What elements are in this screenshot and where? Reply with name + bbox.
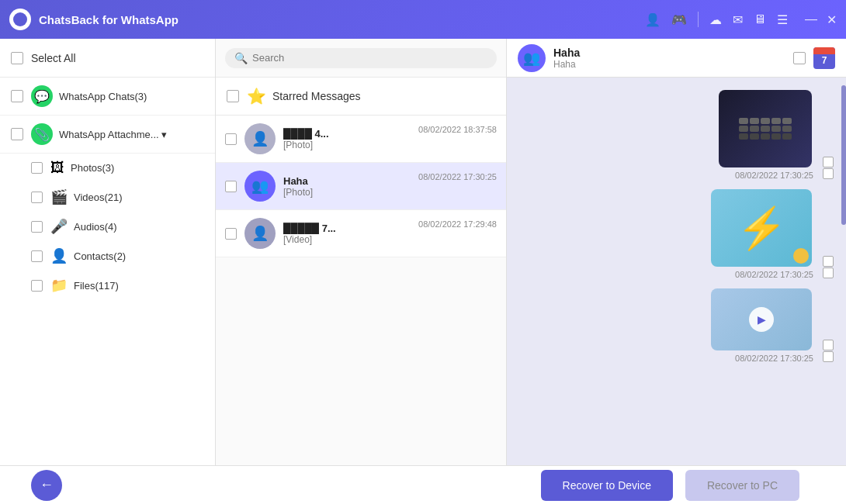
menu-icon[interactable]: ☰ [777,12,788,27]
video-thumbnail: ▶ [711,288,812,350]
chat-sub-1: [Photo] [283,187,414,198]
sub-checkbox-videos[interactable] [31,192,43,203]
cloud-icon[interactable]: ☁ [709,12,722,27]
chat-checkbox-1[interactable] [225,181,237,192]
msg-time-3: 08/02/2022 17:30:25 [735,354,813,363]
chat-sub-0: [Photo] [283,140,414,150]
chat-time-1: 08/02/2022 17:30:25 [418,172,497,181]
chat-item-2[interactable]: 👤 █████ 7... [Video] 08/02/2022 17:29:48 [216,210,506,257]
sidebar-chats-label: WhatsApp Chats(3) [59,91,204,102]
back-icon: ← [40,477,54,493]
msg-checkbox-2b[interactable] [823,268,834,278]
msg-checkbox-1b[interactable] [823,168,834,179]
sidebar-subitem-photos[interactable]: 🖼 Photos(3) [0,154,215,182]
minimize-button[interactable]: — [805,12,817,27]
select-all-checkbox[interactable] [11,52,23,64]
select-all-label: Select All [31,52,76,64]
discord-icon[interactable]: 🎮 [671,12,687,27]
chat-checkbox-0[interactable] [225,133,237,145]
close-button[interactable]: ✕ [827,12,837,27]
message-3: ▶ 08/02/2022 17:30:25 [519,288,834,363]
chat-info-0: ████ 4... [Photo] [283,128,414,150]
sidebar-subitem-files[interactable]: 📁 Files(117) [0,271,215,300]
sub-checkbox-photos[interactable] [31,162,43,174]
audios-label: Audios(4) [74,221,117,233]
back-button[interactable]: ← [31,470,62,501]
user-icon[interactable]: 👤 [645,12,661,27]
chat-list: 👤 ████ 4... [Photo] 08/02/2022 18:37:58 … [216,116,506,465]
divider [698,12,699,27]
whatsapp-attachments-icon: 📎 [31,123,53,145]
message-1: 08/02/2022 17:30:25 [519,90,834,180]
search-bar: 🔍 [216,39,506,78]
play-button[interactable]: ▶ [749,307,774,332]
msg-checkbox-3[interactable] [823,340,834,350]
photos-icon: 🖼 [50,160,64,176]
sidebar-subitem-videos[interactable]: 🎬 Videos(21) [0,182,215,212]
chat-header-info: Haha Haha [553,47,793,70]
chat-header-name: Haha [553,47,793,59]
title-bar-actions: 👤 🎮 ☁ ✉ 🖥 ☰ — ✕ [645,12,837,27]
msg-checkbox-2[interactable] [823,256,834,267]
sub-checkbox-files[interactable] [31,280,43,292]
pikachu-image: ⚡ [711,189,812,267]
chat-name-2: █████ 7... [283,223,414,234]
sidebar-checkbox-chats[interactable] [11,90,23,102]
sub-checkbox-contacts[interactable] [31,250,43,262]
chat-avatar-1: 👥 [244,171,276,202]
search-icon: 🔍 [234,52,248,64]
search-input[interactable] [252,52,487,64]
sidebar: Select All 💬 WhatsApp Chats(3) 📎 WhatsAp… [0,39,216,465]
search-input-wrap: 🔍 [225,48,497,68]
sidebar-checkbox-attachments[interactable] [11,128,23,140]
contacts-icon: 👤 [50,247,68,264]
recover-device-button[interactable]: Recover to Device [541,470,673,501]
timestamp-2: 08/02/2022 17:30:25 [735,267,834,279]
chat-name-1: Haha [283,175,414,187]
scrollbar[interactable] [841,85,846,225]
chat-item-selected[interactable]: 👥 Haha [Photo] 08/02/2022 17:30:25 [216,163,506,210]
sidebar-item-whatsapp-attachments[interactable]: 📎 WhatsApp Attachme... ▾ [0,116,215,154]
sidebar-subitem-audios[interactable]: 🎤 Audios(4) [0,212,215,241]
pikachu-emoji: ⚡ [737,205,787,252]
msg-image-wrap-1 [719,90,834,167]
chat-name-0: ████ 4... [283,128,414,140]
middle-panel: 🔍 ⭐ Starred Messages 👤 ████ 4... [Photo]… [216,39,507,465]
main-container: Select All 💬 WhatsApp Chats(3) 📎 WhatsAp… [0,39,846,465]
app-title: ChatsBack for WhatsApp [39,13,645,26]
calendar-top [813,47,835,54]
msg-checkbox-3b[interactable] [823,351,834,362]
msg-time-2: 08/02/2022 17:30:25 [735,270,813,279]
starred-checkbox[interactable] [227,90,239,102]
files-label: Files(117) [74,280,119,292]
sidebar-item-whatsapp-chats[interactable]: 💬 WhatsApp Chats(3) [0,78,215,116]
sidebar-subitem-contacts[interactable]: 👤 Contacts(2) [0,241,215,271]
msg-image-wrap-2: ⚡ [711,189,834,267]
right-panel: 👥 Haha Haha 7 [507,39,846,465]
videos-label: Videos(21) [74,192,123,203]
calendar-icon[interactable]: 7 [813,47,835,69]
msg-checkbox-1[interactable] [823,157,834,167]
chat-item[interactable]: 👤 ████ 4... [Photo] 08/02/2022 18:37:58 [216,116,506,163]
sidebar-attachments-label: WhatsApp Attachme... ▾ [59,129,204,140]
mail-icon[interactable]: ✉ [733,12,743,27]
bottom-bar-inner: ← Recover to Device Recover to PC [16,466,830,504]
messages-area: 08/02/2022 17:30:25 ⚡ 08/02/2022 17:30:2… [507,78,846,465]
message-2: ⚡ 08/02/2022 17:30:25 [519,189,834,279]
chat-time-0: 08/02/2022 18:37:58 [418,125,497,134]
timestamp-1: 08/02/2022 17:30:25 [735,167,834,180]
monitor-icon[interactable]: 🖥 [754,12,766,26]
starred-label: Starred Messages [272,90,361,102]
starred-messages-row[interactable]: ⭐ Starred Messages [216,78,506,116]
chat-time-2: 08/02/2022 17:29:48 [418,219,497,229]
recover-pc-button[interactable]: Recover to PC [685,470,799,501]
msg-image-wrap-3: ▶ [711,288,834,350]
keyboard-image [719,90,812,167]
whatsapp-chats-icon: 💬 [31,85,53,107]
chat-checkbox-2[interactable] [225,228,237,240]
header-actions: 7 [793,47,835,69]
chat-header-avatar: 👥 [518,44,546,72]
photos-label: Photos(3) [71,162,114,174]
sub-checkbox-audios[interactable] [31,221,43,233]
header-checkbox[interactable] [793,52,806,64]
